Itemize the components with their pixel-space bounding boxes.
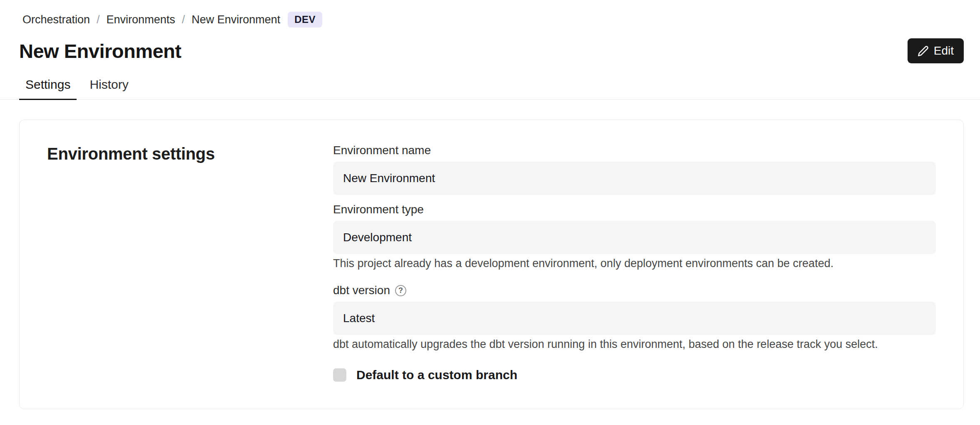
environment-name-field-group: Environment name <box>333 144 936 195</box>
dbt-version-helper-text: dbt automatically upgrades the dbt versi… <box>333 337 936 351</box>
edit-button[interactable]: Edit <box>908 38 964 63</box>
custom-branch-label: Default to a custom branch <box>356 368 517 382</box>
environment-name-label: Environment name <box>333 144 936 157</box>
page-title: New Environment <box>19 40 181 62</box>
breadcrumb-separator: / <box>182 13 185 26</box>
page-header: New Environment Edit <box>0 38 980 63</box>
edit-button-label: Edit <box>934 44 954 58</box>
form-column: Environment name Environment type This p… <box>333 144 936 382</box>
breadcrumb-separator: / <box>97 13 100 26</box>
breadcrumb-item-environments[interactable]: Environments <box>107 13 175 26</box>
breadcrumb-item-new-environment[interactable]: New Environment <box>192 13 280 26</box>
environment-type-label: Environment type <box>333 203 936 216</box>
help-icon[interactable]: ? <box>395 285 406 296</box>
environment-settings-card: Environment settings Environment name En… <box>19 120 964 409</box>
environment-name-input[interactable] <box>333 162 936 195</box>
section-title: Environment settings <box>47 144 333 163</box>
dbt-version-field-group: dbt version ? dbt automatically upgrades… <box>333 284 936 351</box>
pencil-icon <box>918 45 929 57</box>
tab-bar: Settings History <box>0 78 980 100</box>
dbt-version-input[interactable] <box>333 302 936 335</box>
dbt-version-label: dbt version <box>333 284 390 297</box>
custom-branch-row: Default to a custom branch <box>333 368 936 382</box>
custom-branch-checkbox[interactable] <box>333 368 346 382</box>
environment-type-input[interactable] <box>333 221 936 254</box>
breadcrumb: Orchestration / Environments / New Envir… <box>0 0 980 28</box>
tab-settings[interactable]: Settings <box>19 78 77 100</box>
tab-history[interactable]: History <box>83 78 134 100</box>
section-column: Environment settings <box>47 144 333 382</box>
environment-type-field-group: Environment type This project already ha… <box>333 203 936 270</box>
breadcrumb-item-orchestration[interactable]: Orchestration <box>22 13 90 26</box>
environment-type-helper-text: This project already has a development e… <box>333 256 936 270</box>
environment-dev-badge: DEV <box>288 12 322 28</box>
